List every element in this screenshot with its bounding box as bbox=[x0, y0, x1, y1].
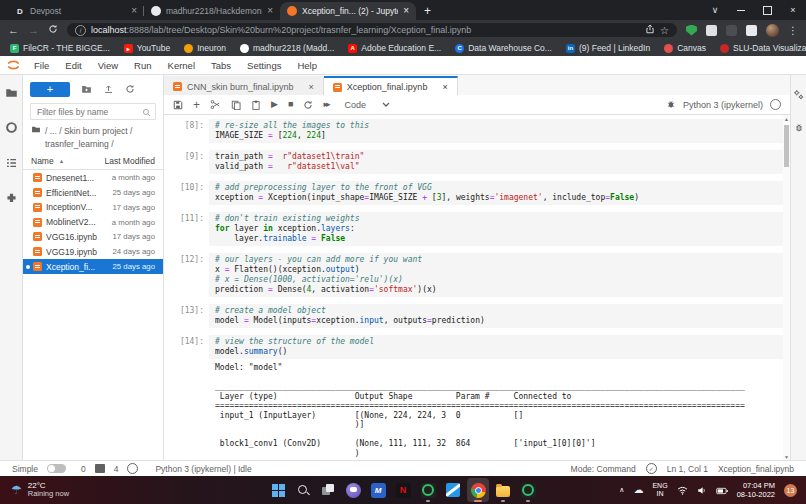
ring-taskbar-button[interactable] bbox=[517, 478, 539, 502]
battery-icon[interactable] bbox=[716, 481, 728, 499]
reload-icon[interactable] bbox=[48, 24, 58, 36]
site-info-icon[interactable]: i bbox=[75, 25, 86, 36]
extensions-puzzle-icon[interactable] bbox=[726, 25, 737, 36]
notebook-scrollbar[interactable]: ▲ ▼ bbox=[783, 115, 790, 461]
tab-close-icon[interactable]: × bbox=[403, 6, 409, 16]
back-icon[interactable]: ← bbox=[8, 25, 19, 36]
forward-icon[interactable]: → bbox=[28, 25, 39, 36]
kernel-count[interactable]: 4 bbox=[114, 464, 119, 474]
notebook-cell[interactable]: [9]:train_path = r"dataset1\train"valid_… bbox=[164, 150, 783, 174]
notebook-cell[interactable]: [14]:# view the structure of the modelmo… bbox=[164, 335, 783, 461]
bookmark-star-icon[interactable]: ☆ bbox=[660, 25, 669, 36]
notebook-cell[interactable]: [13]:# create a model objectmodel = Mode… bbox=[164, 304, 783, 328]
code-editor[interactable]: # create a model objectmodel = Model(inp… bbox=[209, 304, 783, 328]
code-editor[interactable]: train_path = r"dataset1\train"valid_path… bbox=[209, 150, 783, 174]
document-tab[interactable]: Xception_final.ipynb× bbox=[324, 76, 458, 96]
browser-menu-icon[interactable]: ⋮ bbox=[788, 25, 798, 36]
volume-icon[interactable] bbox=[697, 481, 707, 499]
file-row[interactable]: InceptionV...17 days ago bbox=[23, 200, 163, 215]
stop-kernel-icon[interactable]: ■ bbox=[288, 100, 293, 109]
bookmark-item[interactable]: Ineuron bbox=[184, 43, 226, 53]
bookmark-item[interactable]: Canvas bbox=[664, 43, 706, 53]
paste-cell-icon[interactable] bbox=[251, 100, 261, 110]
tab-close-icon[interactable]: × bbox=[131, 6, 137, 16]
extension-manager-icon[interactable] bbox=[5, 190, 18, 208]
screenshot-extension-icon[interactable] bbox=[706, 25, 717, 36]
minimize-button[interactable] bbox=[728, 0, 754, 20]
code-editor[interactable]: # view the structure of the modelmodel.s… bbox=[209, 335, 783, 359]
file-row[interactable]: Dnesenet1...a month ago bbox=[23, 170, 163, 185]
bookmark-item[interactable]: CData Warehouse Co... bbox=[455, 43, 552, 53]
chrome-taskbar-button[interactable] bbox=[467, 478, 489, 502]
notebook-content[interactable]: [8]:# re-size all the images to thisIMAG… bbox=[164, 115, 783, 461]
code-editor[interactable]: # add preprocessing layer to the front o… bbox=[209, 181, 783, 205]
search-taskbar-button[interactable] bbox=[292, 478, 314, 502]
address-bar[interactable]: i localhost:8888/lab/tree/Desktop/Skin%2… bbox=[67, 23, 677, 37]
terminal-count[interactable]: 0 bbox=[81, 464, 86, 474]
cell-type-select[interactable]: Code bbox=[344, 100, 390, 110]
debugger-bug-icon[interactable] bbox=[666, 99, 676, 111]
task-view-taskbar-button[interactable] bbox=[317, 478, 339, 502]
debugger-icon[interactable] bbox=[794, 119, 804, 137]
file-explorer-taskbar-button[interactable] bbox=[492, 478, 514, 502]
bookmark-item[interactable]: ▸YouTube bbox=[124, 43, 170, 53]
bookmark-item[interactable]: in(9) Feed | LinkedIn bbox=[566, 43, 650, 53]
add-cell-icon[interactable]: + bbox=[193, 99, 200, 111]
browser-tab[interactable]: DDevpost× bbox=[8, 2, 144, 20]
file-row[interactable]: Xception_fi...25 days ago bbox=[23, 259, 163, 274]
cut-cell-icon[interactable] bbox=[210, 99, 221, 110]
vscode-taskbar-button[interactable] bbox=[442, 478, 464, 502]
menu-run[interactable]: Run bbox=[126, 60, 159, 71]
notebook-cell[interactable]: [10]:# add preprocessing layer to the fr… bbox=[164, 181, 783, 205]
new-launcher-button[interactable]: + bbox=[30, 82, 70, 97]
side-panel-icon[interactable] bbox=[746, 25, 757, 36]
wifi-icon[interactable] bbox=[677, 481, 688, 499]
notification-badge[interactable]: 13 bbox=[784, 484, 797, 497]
column-name[interactable]: Name bbox=[31, 156, 54, 166]
notebook-cell[interactable]: [12]:# our layers - you can add more if … bbox=[164, 253, 783, 297]
new-folder-icon[interactable] bbox=[81, 80, 92, 98]
share-icon[interactable] bbox=[645, 24, 655, 36]
bookmark-item[interactable]: AAdobe Education E... bbox=[348, 43, 441, 53]
code-editor[interactable]: # don't train existing weightsfor layer … bbox=[209, 212, 783, 246]
scroll-up-icon[interactable]: ▲ bbox=[783, 116, 790, 122]
start-taskbar-button[interactable] bbox=[267, 478, 289, 502]
cursor-position[interactable]: Ln 1, Col 1 bbox=[667, 464, 708, 474]
file-row[interactable]: VGG19.ipynb24 days ago bbox=[23, 244, 163, 259]
property-inspector-icon[interactable] bbox=[793, 86, 804, 104]
restart-kernel-icon[interactable] bbox=[303, 100, 313, 110]
m365-taskbar-button[interactable]: M bbox=[367, 478, 389, 502]
notebook-cell[interactable]: [8]:# re-size all the images to thisIMAG… bbox=[164, 119, 783, 143]
tab-close-icon[interactable]: × bbox=[309, 82, 314, 92]
code-editor[interactable]: # re-size all the images to thisIMAGE_SI… bbox=[209, 119, 783, 143]
clock[interactable]: 07:04 PM 08-10-2022 bbox=[737, 481, 775, 500]
file-row[interactable]: EfficientNet...25 days ago bbox=[23, 185, 163, 200]
ring-taskbar-button[interactable] bbox=[417, 478, 439, 502]
tab-close-icon[interactable]: × bbox=[267, 6, 273, 16]
tray-chevron-up-icon[interactable]: ∧ bbox=[619, 486, 624, 494]
bookmark-item[interactable]: SLU-Data Visualizat... bbox=[720, 43, 806, 53]
netflix-taskbar-button[interactable]: N bbox=[392, 478, 414, 502]
kernel-status-text[interactable]: Python 3 (ipykernel) | Idle bbox=[155, 464, 251, 474]
adblock-extension-icon[interactable] bbox=[686, 25, 697, 36]
menu-kernel[interactable]: Kernel bbox=[160, 60, 203, 71]
onedrive-cloud-icon[interactable]: ☁ bbox=[633, 485, 643, 495]
scrollbar-thumb[interactable] bbox=[784, 125, 789, 167]
browser-tab[interactable]: Xception_fin... (2) - JupyterLab× bbox=[280, 2, 416, 20]
menu-edit[interactable]: Edit bbox=[57, 60, 89, 71]
tab-close-icon[interactable]: × bbox=[442, 82, 447, 92]
file-browser-icon[interactable] bbox=[5, 85, 18, 103]
file-list-header[interactable]: Name ▲ Last Modified bbox=[23, 154, 163, 170]
language-indicator[interactable]: ENG IN bbox=[652, 482, 667, 499]
new-tab-button[interactable]: + bbox=[424, 2, 431, 20]
bookmark-item[interactable]: madhur2218 (Madd... bbox=[240, 43, 334, 53]
profile-avatar[interactable] bbox=[766, 24, 779, 37]
copy-cell-icon[interactable] bbox=[231, 100, 241, 110]
running-sessions-icon[interactable] bbox=[5, 120, 18, 138]
browser-tab[interactable]: madhur2218/Hackdemonium× bbox=[144, 2, 280, 20]
chat-taskbar-button[interactable] bbox=[342, 478, 364, 502]
notebook-cell[interactable]: [11]:# don't train existing weightsfor l… bbox=[164, 212, 783, 246]
menu-view[interactable]: View bbox=[90, 60, 126, 71]
bookmark-item[interactable]: FFileCR - THE BIGGE... bbox=[10, 43, 110, 53]
run-cell-icon[interactable]: ▶ bbox=[271, 100, 278, 109]
